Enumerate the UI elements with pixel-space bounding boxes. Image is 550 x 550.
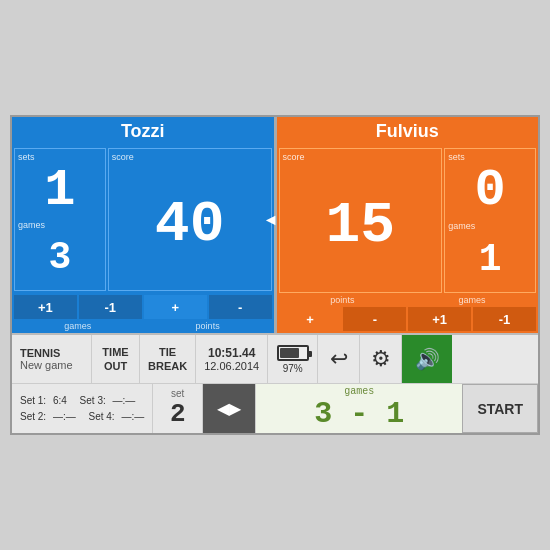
left-button-row: +1 -1 + - (12, 293, 274, 321)
battery-icon (277, 345, 309, 361)
start-btn[interactable]: START (462, 384, 538, 433)
right-games-value: 1 (448, 231, 532, 290)
settings-btn[interactable]: ⚙ (360, 335, 402, 383)
right-sets-value: 0 (448, 162, 532, 221)
right-games-footer-label: games (408, 295, 536, 305)
right-score-grid: score 15 sets 0 games 1 (277, 146, 539, 295)
datetime-section: 10:51.44 12.06.2014 (196, 335, 268, 383)
right-score-box: score 15 (279, 148, 443, 293)
left-games-value: 3 (18, 230, 102, 288)
datetime-time: 10:51.44 (208, 346, 255, 360)
main-container: Tozzi sets 1 games 3 score 40 ◄ +1 (10, 115, 540, 435)
back-icon: ↩ (330, 345, 348, 374)
back-btn[interactable]: ↩ (318, 335, 360, 383)
left-sets-value: 1 (18, 162, 102, 220)
right-minus-games-btn[interactable]: -1 (473, 307, 536, 331)
scoreboard: Tozzi sets 1 games 3 score 40 ◄ +1 (12, 117, 538, 333)
set2-row: Set 2: —:— Set 4: —:— (20, 409, 144, 425)
sound-btn[interactable]: 🔊 (402, 335, 452, 383)
left-score-grid: sets 1 games 3 score 40 ◄ (12, 146, 274, 293)
sets-history-section: Set 1: 6:4 Set 3: —:— Set 2: —:— Set 4: … (12, 384, 153, 433)
right-player-panel: Fulvius score 15 sets 0 games 1 points (277, 117, 539, 333)
timeout-label: TIME OUT (102, 345, 128, 374)
games-score: 3 - 1 (314, 397, 404, 431)
nav-icon: ◀▶ (217, 399, 241, 418)
left-games-footer-label: games (14, 321, 142, 331)
left-sets-box: sets 1 games 3 (14, 148, 106, 291)
set2-label: Set 2: (20, 411, 46, 422)
games-label: games (344, 386, 374, 397)
left-minus-games-btn[interactable]: -1 (79, 295, 142, 319)
set-label: set (171, 388, 184, 399)
left-points-footer-label: points (144, 321, 272, 331)
set2-value: —:— (53, 411, 76, 422)
right-plus-points-btn[interactable]: + (279, 307, 342, 331)
control-bottom-row: Set 1: 6:4 Set 3: —:— Set 2: —:— Set 4: … (12, 384, 538, 433)
left-player-panel: Tozzi sets 1 games 3 score 40 ◄ +1 (12, 117, 274, 333)
sound-icon: 🔊 (415, 347, 440, 371)
left-minus-points-btn[interactable]: - (209, 295, 272, 319)
left-plus-points-btn[interactable]: + (144, 295, 207, 319)
control-bar: TENNIS New game TIME OUT TIE BREAK 10:51… (12, 333, 538, 433)
app-title: TENNIS (20, 347, 60, 359)
right-button-row: + - +1 -1 (277, 305, 539, 333)
left-score-value: 40 (112, 162, 268, 287)
set1-value: 6:4 (53, 395, 67, 406)
battery-section: 97% (268, 335, 318, 383)
app-subtitle: New game (20, 359, 73, 371)
datetime-date: 12.06.2014 (204, 360, 259, 372)
right-sets-box: sets 0 games 1 (444, 148, 536, 293)
tiebreak-btn[interactable]: TIE BREAK (140, 335, 196, 383)
set1-label: Set 1: (20, 395, 46, 406)
nav-btn[interactable]: ◀▶ (203, 384, 256, 433)
set-display-section: set 2 (153, 384, 203, 433)
right-player-name: Fulvius (277, 117, 539, 146)
right-points-footer-label: points (279, 295, 407, 305)
timeout-btn[interactable]: TIME OUT (92, 335, 140, 383)
set3-value: —:— (113, 395, 136, 406)
settings-icon: ⚙ (371, 345, 391, 374)
control-top-row: TENNIS New game TIME OUT TIE BREAK 10:51… (12, 335, 538, 384)
set-value: 2 (170, 399, 186, 429)
set1-row: Set 1: 6:4 Set 3: —:— (20, 393, 144, 409)
left-plus-games-btn[interactable]: +1 (14, 295, 77, 319)
tiebreak-label: TIE BREAK (148, 345, 187, 374)
battery-percent: 97% (283, 363, 303, 374)
battery-fill (280, 348, 300, 358)
set4-value: —:— (121, 411, 144, 422)
right-score-value: 15 (283, 162, 439, 289)
set4-label: Set 4: (88, 411, 114, 422)
right-plus-games-btn[interactable]: +1 (408, 307, 471, 331)
left-player-name: Tozzi (12, 117, 274, 146)
games-display-section: games 3 - 1 (256, 384, 462, 433)
right-score-label: score (283, 152, 439, 162)
left-arrow: ◄ (263, 211, 279, 229)
left-score-box: score 40 ◄ (108, 148, 272, 291)
left-score-label: score (112, 152, 268, 162)
app-info-section[interactable]: TENNIS New game (12, 335, 92, 383)
right-games-label: games (448, 221, 532, 231)
set3-label: Set 3: (80, 395, 106, 406)
right-minus-points-btn[interactable]: - (343, 307, 406, 331)
left-games-label: games (18, 220, 102, 230)
